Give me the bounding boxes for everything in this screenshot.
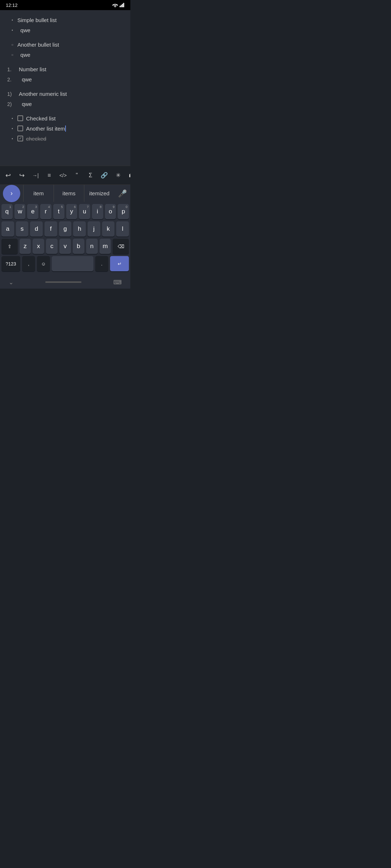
space-key[interactable] [52,256,93,271]
key-b[interactable]: b [73,239,84,254]
bullet-circle-icon: ○ [7,42,17,48]
suggestions-list: item items itemized [23,185,114,202]
svg-rect-3 [122,4,123,7]
numbered-dot-section: 1. Number list 2. qwe [7,65,123,84]
list-item: 2) qwe [7,100,123,109]
checklist-item: • Another list item [7,124,123,133]
key-p[interactable]: 0p [118,204,129,219]
link-button[interactable]: 🔗 [98,169,111,182]
checkbox-checked[interactable] [17,136,23,141]
item-text: Number list [19,65,46,74]
keyboard-row-2: a s d f g h j k l [1,221,129,237]
key-f[interactable]: f [45,221,57,237]
image-button[interactable]: 🏔 [125,169,130,182]
key-t[interactable]: 5t [53,204,64,219]
key-w[interactable]: 2w [14,204,26,219]
keyboard-switch-icon[interactable]: ⌨ [113,279,122,286]
redo-button[interactable]: ↪ [15,169,28,182]
key-x[interactable]: x [33,239,44,254]
bullet-disc-icon: • [7,27,17,33]
key-u[interactable]: 7u [79,204,90,219]
list-item: 2. qwe [7,75,123,84]
list-item: 1. Number list [7,65,123,74]
svg-rect-1 [119,6,121,7]
key-e[interactable]: 3e [27,204,38,219]
item-text: Another bullet list [17,41,59,49]
list-item: ○ qwe [7,51,123,59]
key-o[interactable]: 9o [105,204,116,219]
emoji-key[interactable]: ☺ [37,256,50,271]
item-text: Simple bullet list [17,16,56,25]
key-d[interactable]: d [30,221,43,237]
key-l[interactable]: l [116,221,129,237]
checklist-bullet: • [7,116,17,122]
wifi-icon [112,3,118,7]
checkbox-unchecked[interactable] [17,115,23,121]
item-text: qwe [17,51,30,59]
item-text: Another numeric list [19,90,67,98]
formula-button[interactable]: Σ [84,169,97,182]
microphone-button[interactable]: 🎤 [114,185,130,202]
item-text: qwe [19,100,32,109]
shift-key[interactable]: ⇧ [1,239,18,254]
backspace-key[interactable]: ⌫ [113,239,129,254]
quote-button[interactable]: " [70,169,83,182]
bullet-circle-icon: ○ [7,52,17,58]
bullet-circle-section: ○ Another bullet list ○ qwe [7,41,123,59]
number-paren-bullet: 1) [7,90,19,98]
checklist-bullet: • [7,126,17,132]
key-z[interactable]: z [20,239,31,254]
suggestion-bar: › item items itemized 🎤 [0,184,130,202]
key-a[interactable]: a [1,221,14,237]
keyboard-row-4: ?123 , ☺ . ↵ [1,256,129,271]
key-k[interactable]: k [102,221,115,237]
status-time: 12:12 [6,3,18,8]
checklist-item-text: Another list item [26,124,66,133]
number-bullet: 2. [7,76,19,84]
key-m[interactable]: m [100,239,111,254]
checklist-item: • Checked list [7,114,123,123]
bullet-disc-section: • Simple bullet list • qwe [7,16,123,35]
tab-button[interactable]: →| [29,169,42,182]
key-g[interactable]: g [59,221,72,237]
item-text: qwe [19,75,32,84]
suggestion-expand-button[interactable]: › [3,185,20,202]
suggestion-item-3[interactable]: itemized [84,185,114,202]
comma-key[interactable]: , [22,256,35,271]
status-bar: 12:12 [0,0,130,10]
editor-area[interactable]: • Simple bullet list • qwe ○ Another bul… [0,10,130,166]
key-n[interactable]: n [86,239,98,254]
key-c[interactable]: c [46,239,58,254]
numeric-key[interactable]: ?123 [1,256,20,271]
checkbox-unchecked[interactable] [17,125,23,131]
key-y[interactable]: 6y [66,204,77,219]
enter-key[interactable]: ↵ [110,256,129,271]
numbered-paren-section: 1) Another numeric list 2) qwe [7,90,123,109]
keyboard-hide-icon[interactable]: ⌄ [9,279,13,286]
checklist-item-text-checked: checked [26,135,46,143]
item-text: qwe [17,26,30,35]
svg-point-0 [115,7,116,7]
formatting-toolbar: ↩ ↪ →| ≡ </> " Σ 🔗 ✳ 🏔 B I [0,166,130,184]
keyboard-row-1: 1q 2w 3e 4r 5t 6y 7u 8i 9o 0p [1,204,129,219]
key-v[interactable]: v [59,239,71,254]
key-s[interactable]: s [16,221,29,237]
checklist-item-text: Checked list [26,114,56,123]
key-i[interactable]: 8i [92,204,103,219]
svg-rect-4 [123,3,124,7]
list-button[interactable]: ≡ [43,169,56,182]
undo-button[interactable]: ↩ [1,169,14,182]
code-button[interactable]: </> [56,169,70,182]
key-h[interactable]: h [73,221,86,237]
key-r[interactable]: 4r [40,204,51,219]
key-q[interactable]: 1q [1,204,13,219]
suggestion-item-1[interactable]: item [23,185,54,202]
bottom-bar: ⌄ ⌨ [0,276,130,289]
mention-button[interactable]: ✳ [112,169,125,182]
key-j[interactable]: j [88,221,100,237]
signal-icon [119,3,125,7]
keyboard: 1q 2w 3e 4r 5t 6y 7u 8i 9o 0p a s d f g … [0,202,130,276]
suggestion-item-2[interactable]: items [54,185,84,202]
status-icons [112,3,125,7]
period-key[interactable]: . [95,256,108,271]
